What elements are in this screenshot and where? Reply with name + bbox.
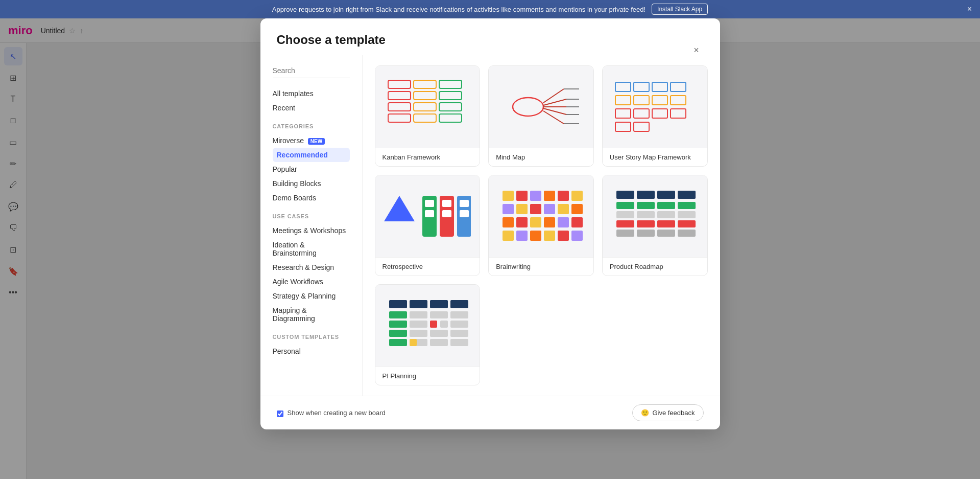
svg-rect-107 bbox=[450, 330, 468, 337]
userstory-label: User Story Map Framework bbox=[603, 148, 707, 166]
svg-rect-88 bbox=[637, 230, 655, 237]
svg-rect-62 bbox=[544, 217, 555, 227]
template-card-roadmap[interactable]: Product Roadmap bbox=[602, 175, 708, 276]
search-input[interactable] bbox=[273, 63, 350, 78]
svg-rect-3 bbox=[388, 92, 411, 100]
svg-rect-105 bbox=[410, 330, 427, 337]
userstory-preview bbox=[603, 66, 707, 148]
svg-rect-78 bbox=[678, 202, 696, 209]
planning-label: PI Planning bbox=[375, 367, 480, 385]
svg-rect-112 bbox=[450, 339, 468, 346]
svg-rect-59 bbox=[503, 217, 514, 227]
sidebar-ideation[interactable]: Ideation & Brainstorming bbox=[273, 238, 350, 260]
install-slack-button[interactable]: Install Slack App bbox=[652, 4, 708, 15]
sidebar-mapping[interactable]: Mapping & Diagramming bbox=[273, 303, 350, 326]
svg-rect-61 bbox=[530, 217, 541, 227]
svg-rect-49 bbox=[530, 191, 541, 201]
sidebar-building-blocks[interactable]: Building Blocks bbox=[273, 176, 350, 191]
sidebar-recommended[interactable]: Recommended bbox=[273, 148, 350, 162]
give-feedback-button[interactable]: 🙂 Give feedback bbox=[632, 404, 703, 421]
svg-rect-65 bbox=[503, 231, 514, 241]
kanban-label: Kanban Framework bbox=[375, 148, 480, 166]
brainwriting-label: Brainwriting bbox=[489, 257, 593, 276]
svg-rect-66 bbox=[516, 231, 528, 241]
template-card-brainwriting[interactable]: Brainwriting bbox=[488, 175, 594, 276]
retrospective-preview bbox=[375, 175, 480, 257]
modal-sidebar: All templates Recent CATEGORIES Mirovers… bbox=[260, 55, 363, 396]
svg-rect-41 bbox=[425, 200, 434, 207]
svg-rect-33 bbox=[652, 109, 667, 118]
svg-rect-95 bbox=[389, 311, 407, 318]
svg-rect-51 bbox=[558, 191, 569, 201]
svg-rect-97 bbox=[430, 311, 448, 318]
svg-rect-94 bbox=[450, 300, 468, 308]
slack-banner: Approve requests to join right from Slac… bbox=[0, 0, 980, 18]
show-on-create-checkbox[interactable] bbox=[277, 410, 283, 417]
svg-rect-26 bbox=[671, 82, 686, 92]
mindmap-preview bbox=[489, 66, 593, 148]
brainwriting-preview bbox=[489, 175, 593, 257]
svg-rect-58 bbox=[571, 204, 583, 214]
sidebar-research[interactable]: Research & Design bbox=[273, 260, 350, 275]
svg-rect-92 bbox=[410, 300, 427, 308]
svg-rect-53 bbox=[503, 204, 514, 214]
svg-rect-56 bbox=[544, 204, 555, 214]
sidebar-meetings[interactable]: Meetings & Workshops bbox=[273, 223, 350, 238]
svg-rect-11 bbox=[439, 114, 462, 122]
svg-rect-75 bbox=[616, 202, 634, 209]
svg-rect-28 bbox=[634, 96, 649, 105]
sidebar-personal[interactable]: Personal bbox=[273, 344, 350, 358]
sidebar-agile[interactable]: Agile Workflows bbox=[273, 275, 350, 289]
svg-rect-80 bbox=[637, 211, 655, 218]
choose-template-modal: Choose a template × All templates Recent… bbox=[260, 18, 720, 429]
svg-rect-67 bbox=[530, 231, 541, 241]
svg-rect-86 bbox=[678, 220, 696, 227]
modal-body: All templates Recent CATEGORIES Mirovers… bbox=[260, 55, 720, 396]
svg-rect-54 bbox=[516, 204, 528, 214]
svg-rect-7 bbox=[414, 103, 436, 111]
svg-rect-111 bbox=[410, 339, 417, 346]
sidebar-miroverse[interactable]: Miroverse NEW bbox=[273, 133, 350, 148]
svg-rect-74 bbox=[678, 191, 696, 199]
sidebar-all-templates[interactable]: All templates bbox=[273, 86, 350, 101]
sidebar-popular[interactable]: Popular bbox=[273, 162, 350, 176]
svg-rect-48 bbox=[516, 191, 528, 201]
svg-rect-104 bbox=[389, 330, 407, 337]
template-card-planning[interactable]: PI Planning bbox=[375, 284, 481, 385]
svg-rect-1 bbox=[414, 80, 436, 88]
slack-close-button[interactable]: × bbox=[967, 5, 972, 14]
svg-rect-32 bbox=[634, 109, 649, 118]
svg-rect-2 bbox=[439, 80, 462, 88]
svg-rect-50 bbox=[544, 191, 555, 201]
svg-rect-64 bbox=[571, 217, 583, 227]
svg-rect-35 bbox=[615, 122, 631, 131]
svg-rect-4 bbox=[414, 92, 436, 100]
svg-rect-60 bbox=[516, 217, 528, 227]
template-grid-area: Kanban Framework bbox=[363, 55, 720, 396]
sidebar-recent[interactable]: Recent bbox=[273, 101, 350, 115]
svg-rect-68 bbox=[544, 231, 555, 241]
template-card-retrospective[interactable]: Retrospective bbox=[375, 175, 481, 276]
new-badge: NEW bbox=[308, 138, 325, 145]
svg-rect-76 bbox=[637, 202, 655, 209]
svg-rect-6 bbox=[388, 103, 411, 111]
svg-rect-99 bbox=[389, 321, 407, 328]
svg-rect-24 bbox=[634, 82, 649, 92]
modal-close-button[interactable]: × bbox=[689, 43, 704, 57]
svg-rect-71 bbox=[616, 191, 634, 199]
svg-rect-98 bbox=[450, 311, 468, 318]
template-card-kanban[interactable]: Kanban Framework bbox=[375, 65, 481, 167]
roadmap-preview bbox=[603, 175, 707, 257]
use-cases-label: USE CASES bbox=[273, 213, 350, 219]
svg-rect-87 bbox=[616, 230, 634, 237]
svg-rect-36 bbox=[634, 122, 649, 131]
sidebar-demo-boards[interactable]: Demo Boards bbox=[273, 191, 350, 205]
template-card-mindmap[interactable]: Mind Map bbox=[488, 65, 594, 167]
svg-rect-10 bbox=[414, 114, 436, 122]
template-card-userstory[interactable]: User Story Map Framework bbox=[602, 65, 708, 167]
svg-rect-89 bbox=[657, 230, 675, 237]
feedback-emoji-icon: 🙂 bbox=[641, 409, 649, 417]
sidebar-strategy[interactable]: Strategy & Planning bbox=[273, 289, 350, 303]
mindmap-label: Mind Map bbox=[489, 148, 593, 166]
svg-rect-34 bbox=[671, 109, 686, 118]
